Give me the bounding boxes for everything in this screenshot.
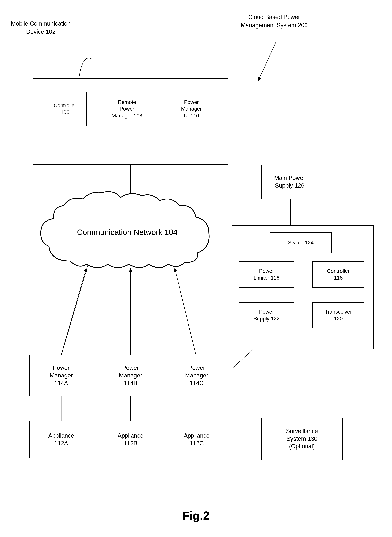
appliance-112a-label: Appliance112A <box>48 432 74 447</box>
power-supply-122-label: PowerSupply 122 <box>253 308 280 322</box>
appliance-112c-label: Appliance112C <box>184 432 210 447</box>
power-manager-ui-label: PowerManagerUI 110 <box>181 99 202 119</box>
diagram: Mobile CommunicationDevice 102 Cloud Bas… <box>0 0 392 537</box>
mobile-device-label: Mobile CommunicationDevice 102 <box>10 20 72 36</box>
svg-line-8 <box>175 268 196 355</box>
power-manager-114c-label: PowerManager114C <box>185 364 208 387</box>
power-manager-114a-box: PowerManager114A <box>29 355 93 396</box>
switch-outer-box: Switch 124 PowerLimiter 116 Controller11… <box>232 225 374 349</box>
controller-118-box: Controller118 <box>312 261 364 287</box>
cloud-system-label: Cloud Based PowerManagement System 200 <box>233 13 315 29</box>
appliance-112b-box: Appliance112B <box>99 421 162 458</box>
communication-network: Communication Network 104 <box>37 188 217 277</box>
power-manager-ui-box: PowerManagerUI 110 <box>168 92 214 126</box>
controller-118-label: Controller118 <box>327 268 350 281</box>
power-limiter-label: PowerLimiter 116 <box>254 268 279 281</box>
cloud-svg: Communication Network 104 <box>37 188 217 277</box>
svg-line-6 <box>61 268 87 355</box>
power-supply-122-box: PowerSupply 122 <box>239 302 294 328</box>
power-manager-114b-box: PowerManager114B <box>99 355 162 396</box>
power-limiter-box: PowerLimiter 116 <box>239 261 294 287</box>
svg-line-4 <box>61 264 88 356</box>
power-manager-114a-label: PowerManager114A <box>50 364 73 387</box>
surveillance-box: SurveillanceSystem 130(Optional) <box>261 418 343 460</box>
main-power-supply-label: Main PowerSupply 126 <box>274 174 305 190</box>
power-manager-114c-box: PowerManager114C <box>165 355 229 396</box>
switch-124-box: Switch 124 <box>270 232 332 253</box>
remote-power-manager-box: RemotePowerManager 108 <box>102 92 152 126</box>
transceiver-120-box: Transceiver120 <box>312 302 364 328</box>
appliance-112b-label: Appliance112B <box>118 432 144 447</box>
remote-power-manager-label: RemotePowerManager 108 <box>112 99 142 119</box>
appliance-112c-box: Appliance112C <box>165 421 229 458</box>
surveillance-label: SurveillanceSystem 130(Optional) <box>286 427 318 450</box>
appliance-112a-box: Appliance112A <box>29 421 93 458</box>
svg-text:Communication Network 104: Communication Network 104 <box>77 228 177 236</box>
svg-line-2 <box>258 42 276 82</box>
switch-124-label: Switch 124 <box>288 239 314 246</box>
controller-106-label: Controller106 <box>54 102 76 116</box>
power-manager-114b-label: PowerManager114B <box>119 364 142 387</box>
mobile-device-box: Controller106 RemotePowerManager 108 Pow… <box>33 78 229 165</box>
figure-label: Fig.2 <box>147 509 245 522</box>
controller-106-box: Controller106 <box>43 92 87 126</box>
transceiver-120-label: Transceiver120 <box>325 308 352 322</box>
main-power-supply-box: Main PowerSupply 126 <box>261 165 318 199</box>
